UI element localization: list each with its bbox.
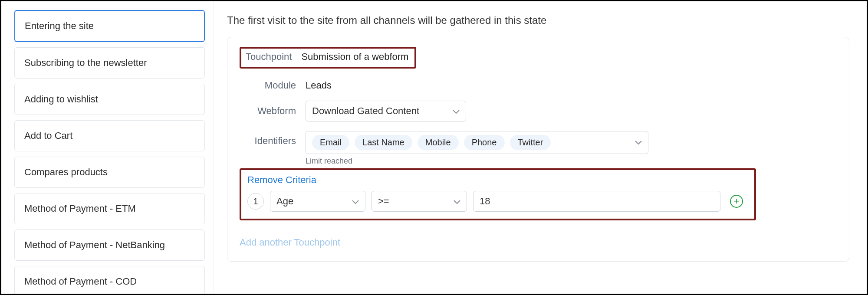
- chevron-down-icon: [635, 139, 642, 147]
- criteria-number: 1: [247, 193, 264, 210]
- identifiers-limit-text: Limit reached: [306, 157, 648, 166]
- criteria-value-input[interactable]: 18: [473, 191, 720, 212]
- sidebar-item-label: Adding to wishlist: [24, 94, 98, 105]
- add-another-touchpoint-link[interactable]: Add another Touchpoint: [240, 237, 837, 248]
- module-value: Leads: [306, 80, 332, 91]
- plus-icon: +: [734, 196, 740, 207]
- criteria-value: 18: [480, 196, 490, 206]
- sidebar: Entering the site Subscribing to the new…: [1, 1, 214, 294]
- remove-criteria-link[interactable]: Remove Criteria: [247, 174, 316, 186]
- sidebar-item-label: Add to Cart: [24, 130, 72, 141]
- sidebar-item-entering-site[interactable]: Entering the site: [14, 10, 205, 42]
- criteria-field-select[interactable]: Age: [270, 191, 365, 212]
- webform-select[interactable]: Download Gated Content: [306, 101, 466, 121]
- sidebar-item-add-to-cart[interactable]: Add to Cart: [14, 120, 205, 151]
- touchpoint-panel: Touchpoint Submission of a webform Modul…: [227, 37, 849, 262]
- main-content: The first visit to the site from all cha…: [214, 1, 867, 294]
- sidebar-item-label: Subscribing to the newsletter: [24, 57, 147, 68]
- add-criteria-button[interactable]: +: [730, 195, 743, 208]
- sidebar-item-label: Method of Payment - NetBanking: [24, 239, 165, 250]
- sidebar-item-payment-etm[interactable]: Method of Payment - ETM: [14, 193, 205, 224]
- identifier-chip: Mobile: [418, 135, 459, 150]
- state-description: The first visit to the site from all cha…: [227, 14, 849, 26]
- touchpoint-highlight: Touchpoint Submission of a webform: [240, 47, 416, 69]
- sidebar-item-compares-products[interactable]: Compares products: [14, 157, 205, 188]
- sidebar-item-payment-cod[interactable]: Method of Payment - COD: [14, 266, 205, 295]
- touchpoint-value: Submission of a webform: [301, 51, 408, 62]
- chevron-down-icon: [454, 196, 460, 207]
- sidebar-item-label: Entering the site: [25, 20, 94, 31]
- sidebar-item-subscribing-newsletter[interactable]: Subscribing to the newsletter: [14, 47, 205, 79]
- identifier-chip: Email: [312, 135, 349, 150]
- chevron-down-icon: [453, 105, 460, 117]
- criteria-row: 1 Age >=: [247, 191, 748, 212]
- chevron-down-icon: [352, 196, 359, 207]
- sidebar-item-adding-wishlist[interactable]: Adding to wishlist: [14, 84, 205, 115]
- identifiers-label: Identifiers: [240, 131, 296, 147]
- identifier-chip: Last Name: [355, 135, 412, 150]
- sidebar-item-payment-netbanking[interactable]: Method of Payment - NetBanking: [14, 229, 205, 261]
- sidebar-item-label: Method of Payment - ETM: [24, 203, 136, 214]
- webform-value: Download Gated Content: [312, 105, 419, 117]
- criteria-highlight: Remove Criteria 1 Age >=: [240, 168, 756, 220]
- identifier-chip: Twitter: [510, 135, 551, 150]
- identifier-chip: Phone: [464, 135, 505, 150]
- webform-label: Webform: [240, 105, 296, 117]
- touchpoint-label: Touchpoint: [246, 51, 292, 62]
- sidebar-item-label: Compares products: [24, 167, 108, 177]
- criteria-operator-value: >=: [378, 196, 389, 207]
- module-label: Module: [240, 80, 296, 91]
- identifiers-select[interactable]: Email Last Name Mobile Phone Twitter: [306, 131, 648, 154]
- criteria-operator-select[interactable]: >=: [372, 191, 467, 212]
- criteria-field-value: Age: [276, 196, 293, 207]
- sidebar-item-label: Method of Payment - COD: [24, 276, 137, 287]
